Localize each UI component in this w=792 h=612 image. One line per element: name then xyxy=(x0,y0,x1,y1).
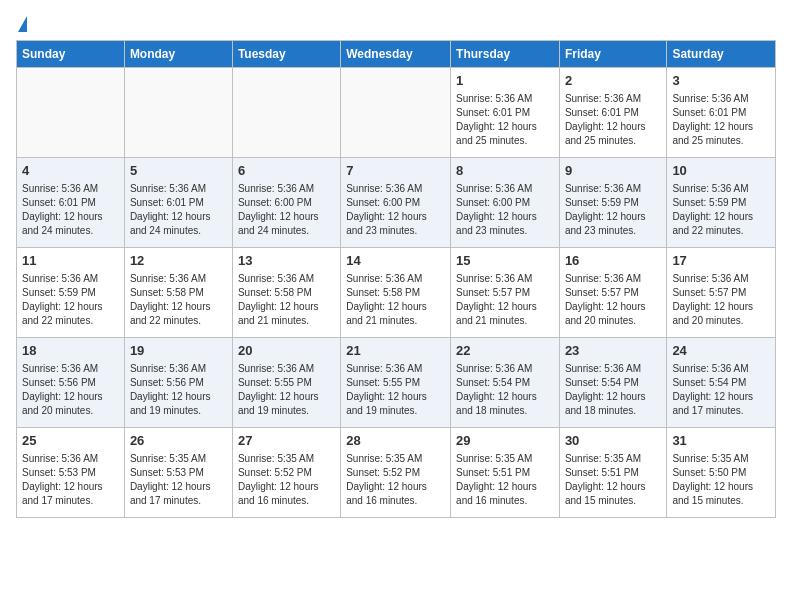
day-info: Sunrise: 5:35 AM Sunset: 5:50 PM Dayligh… xyxy=(672,452,770,508)
calendar-day-cell: 15Sunrise: 5:36 AM Sunset: 5:57 PM Dayli… xyxy=(451,248,560,338)
calendar-day-cell: 11Sunrise: 5:36 AM Sunset: 5:59 PM Dayli… xyxy=(17,248,125,338)
day-info: Sunrise: 5:36 AM Sunset: 5:54 PM Dayligh… xyxy=(672,362,770,418)
day-info: Sunrise: 5:36 AM Sunset: 5:55 PM Dayligh… xyxy=(346,362,445,418)
calendar-day-cell: 14Sunrise: 5:36 AM Sunset: 5:58 PM Dayli… xyxy=(341,248,451,338)
column-header-saturday: Saturday xyxy=(667,41,776,68)
day-info: Sunrise: 5:35 AM Sunset: 5:51 PM Dayligh… xyxy=(456,452,554,508)
calendar-day-cell: 25Sunrise: 5:36 AM Sunset: 5:53 PM Dayli… xyxy=(17,428,125,518)
calendar-day-cell: 20Sunrise: 5:36 AM Sunset: 5:55 PM Dayli… xyxy=(232,338,340,428)
column-header-thursday: Thursday xyxy=(451,41,560,68)
day-number: 17 xyxy=(672,252,770,270)
day-info: Sunrise: 5:36 AM Sunset: 5:57 PM Dayligh… xyxy=(456,272,554,328)
calendar-day-cell: 5Sunrise: 5:36 AM Sunset: 6:01 PM Daylig… xyxy=(124,158,232,248)
calendar-week-row: 18Sunrise: 5:36 AM Sunset: 5:56 PM Dayli… xyxy=(17,338,776,428)
calendar-day-cell: 26Sunrise: 5:35 AM Sunset: 5:53 PM Dayli… xyxy=(124,428,232,518)
day-number: 14 xyxy=(346,252,445,270)
day-info: Sunrise: 5:36 AM Sunset: 5:59 PM Dayligh… xyxy=(672,182,770,238)
day-number: 2 xyxy=(565,72,661,90)
calendar-day-cell xyxy=(124,68,232,158)
day-number: 5 xyxy=(130,162,227,180)
day-number: 10 xyxy=(672,162,770,180)
header xyxy=(16,16,776,32)
day-number: 3 xyxy=(672,72,770,90)
calendar-day-cell: 12Sunrise: 5:36 AM Sunset: 5:58 PM Dayli… xyxy=(124,248,232,338)
day-number: 4 xyxy=(22,162,119,180)
day-info: Sunrise: 5:36 AM Sunset: 6:01 PM Dayligh… xyxy=(565,92,661,148)
calendar-day-cell: 19Sunrise: 5:36 AM Sunset: 5:56 PM Dayli… xyxy=(124,338,232,428)
day-info: Sunrise: 5:36 AM Sunset: 5:57 PM Dayligh… xyxy=(672,272,770,328)
day-info: Sunrise: 5:36 AM Sunset: 5:54 PM Dayligh… xyxy=(456,362,554,418)
day-number: 16 xyxy=(565,252,661,270)
calendar-table: SundayMondayTuesdayWednesdayThursdayFrid… xyxy=(16,40,776,518)
calendar-header-row: SundayMondayTuesdayWednesdayThursdayFrid… xyxy=(17,41,776,68)
day-number: 12 xyxy=(130,252,227,270)
calendar-day-cell: 2Sunrise: 5:36 AM Sunset: 6:01 PM Daylig… xyxy=(559,68,666,158)
column-header-sunday: Sunday xyxy=(17,41,125,68)
calendar-day-cell: 4Sunrise: 5:36 AM Sunset: 6:01 PM Daylig… xyxy=(17,158,125,248)
calendar-week-row: 25Sunrise: 5:36 AM Sunset: 5:53 PM Dayli… xyxy=(17,428,776,518)
day-info: Sunrise: 5:36 AM Sunset: 5:57 PM Dayligh… xyxy=(565,272,661,328)
calendar-day-cell xyxy=(232,68,340,158)
column-header-friday: Friday xyxy=(559,41,666,68)
calendar-week-row: 11Sunrise: 5:36 AM Sunset: 5:59 PM Dayli… xyxy=(17,248,776,338)
day-number: 24 xyxy=(672,342,770,360)
calendar-day-cell xyxy=(341,68,451,158)
calendar-day-cell: 1Sunrise: 5:36 AM Sunset: 6:01 PM Daylig… xyxy=(451,68,560,158)
calendar-day-cell xyxy=(17,68,125,158)
day-info: Sunrise: 5:35 AM Sunset: 5:51 PM Dayligh… xyxy=(565,452,661,508)
day-number: 15 xyxy=(456,252,554,270)
day-info: Sunrise: 5:36 AM Sunset: 5:58 PM Dayligh… xyxy=(130,272,227,328)
calendar-day-cell: 21Sunrise: 5:36 AM Sunset: 5:55 PM Dayli… xyxy=(341,338,451,428)
day-number: 22 xyxy=(456,342,554,360)
day-info: Sunrise: 5:36 AM Sunset: 5:54 PM Dayligh… xyxy=(565,362,661,418)
day-info: Sunrise: 5:36 AM Sunset: 5:56 PM Dayligh… xyxy=(22,362,119,418)
day-number: 25 xyxy=(22,432,119,450)
calendar-day-cell: 9Sunrise: 5:36 AM Sunset: 5:59 PM Daylig… xyxy=(559,158,666,248)
calendar-day-cell: 31Sunrise: 5:35 AM Sunset: 5:50 PM Dayli… xyxy=(667,428,776,518)
day-number: 27 xyxy=(238,432,335,450)
day-number: 23 xyxy=(565,342,661,360)
day-info: Sunrise: 5:35 AM Sunset: 5:52 PM Dayligh… xyxy=(346,452,445,508)
calendar-day-cell: 27Sunrise: 5:35 AM Sunset: 5:52 PM Dayli… xyxy=(232,428,340,518)
day-info: Sunrise: 5:36 AM Sunset: 5:55 PM Dayligh… xyxy=(238,362,335,418)
calendar-day-cell: 18Sunrise: 5:36 AM Sunset: 5:56 PM Dayli… xyxy=(17,338,125,428)
day-info: Sunrise: 5:36 AM Sunset: 6:01 PM Dayligh… xyxy=(672,92,770,148)
day-number: 26 xyxy=(130,432,227,450)
day-number: 6 xyxy=(238,162,335,180)
day-number: 20 xyxy=(238,342,335,360)
day-number: 19 xyxy=(130,342,227,360)
calendar-day-cell: 30Sunrise: 5:35 AM Sunset: 5:51 PM Dayli… xyxy=(559,428,666,518)
calendar-day-cell: 6Sunrise: 5:36 AM Sunset: 6:00 PM Daylig… xyxy=(232,158,340,248)
calendar-day-cell: 16Sunrise: 5:36 AM Sunset: 5:57 PM Dayli… xyxy=(559,248,666,338)
day-info: Sunrise: 5:36 AM Sunset: 6:00 PM Dayligh… xyxy=(238,182,335,238)
day-info: Sunrise: 5:36 AM Sunset: 6:01 PM Dayligh… xyxy=(22,182,119,238)
column-header-tuesday: Tuesday xyxy=(232,41,340,68)
day-number: 31 xyxy=(672,432,770,450)
day-info: Sunrise: 5:36 AM Sunset: 5:56 PM Dayligh… xyxy=(130,362,227,418)
day-info: Sunrise: 5:36 AM Sunset: 5:58 PM Dayligh… xyxy=(346,272,445,328)
day-info: Sunrise: 5:36 AM Sunset: 6:00 PM Dayligh… xyxy=(456,182,554,238)
column-header-monday: Monday xyxy=(124,41,232,68)
calendar-day-cell: 3Sunrise: 5:36 AM Sunset: 6:01 PM Daylig… xyxy=(667,68,776,158)
day-info: Sunrise: 5:35 AM Sunset: 5:53 PM Dayligh… xyxy=(130,452,227,508)
day-info: Sunrise: 5:36 AM Sunset: 5:53 PM Dayligh… xyxy=(22,452,119,508)
day-number: 7 xyxy=(346,162,445,180)
day-info: Sunrise: 5:36 AM Sunset: 6:01 PM Dayligh… xyxy=(130,182,227,238)
day-number: 8 xyxy=(456,162,554,180)
day-number: 13 xyxy=(238,252,335,270)
calendar-day-cell: 29Sunrise: 5:35 AM Sunset: 5:51 PM Dayli… xyxy=(451,428,560,518)
calendar-day-cell: 13Sunrise: 5:36 AM Sunset: 5:58 PM Dayli… xyxy=(232,248,340,338)
day-number: 18 xyxy=(22,342,119,360)
day-number: 11 xyxy=(22,252,119,270)
day-number: 21 xyxy=(346,342,445,360)
logo xyxy=(16,16,27,32)
day-info: Sunrise: 5:36 AM Sunset: 6:00 PM Dayligh… xyxy=(346,182,445,238)
day-info: Sunrise: 5:36 AM Sunset: 5:59 PM Dayligh… xyxy=(565,182,661,238)
calendar-day-cell: 23Sunrise: 5:36 AM Sunset: 5:54 PM Dayli… xyxy=(559,338,666,428)
day-info: Sunrise: 5:36 AM Sunset: 5:59 PM Dayligh… xyxy=(22,272,119,328)
day-info: Sunrise: 5:36 AM Sunset: 6:01 PM Dayligh… xyxy=(456,92,554,148)
calendar-day-cell: 24Sunrise: 5:36 AM Sunset: 5:54 PM Dayli… xyxy=(667,338,776,428)
calendar-day-cell: 8Sunrise: 5:36 AM Sunset: 6:00 PM Daylig… xyxy=(451,158,560,248)
calendar-week-row: 1Sunrise: 5:36 AM Sunset: 6:01 PM Daylig… xyxy=(17,68,776,158)
calendar-day-cell: 28Sunrise: 5:35 AM Sunset: 5:52 PM Dayli… xyxy=(341,428,451,518)
